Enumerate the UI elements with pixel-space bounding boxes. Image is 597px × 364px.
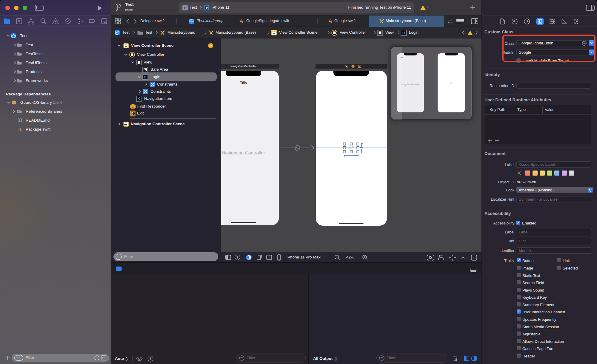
svg-text:B: B <box>144 75 147 79</box>
svg-text:0: 0 <box>132 106 133 109</box>
svg-text:B: B <box>402 31 405 35</box>
